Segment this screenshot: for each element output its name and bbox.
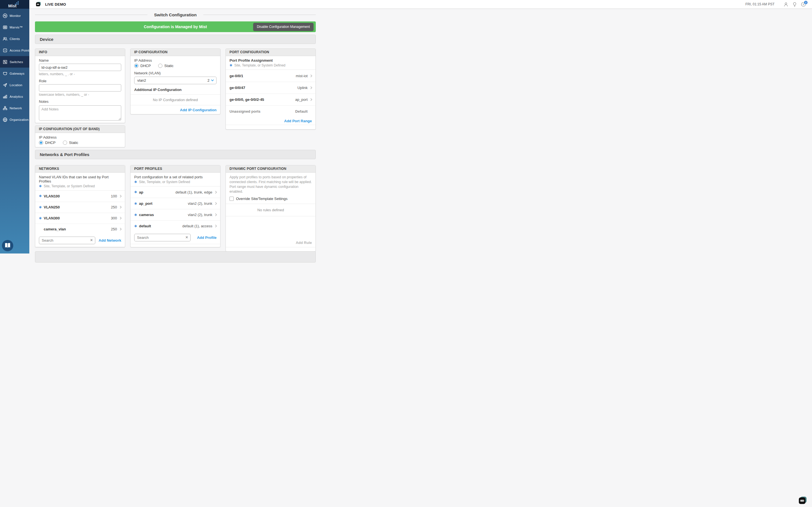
network-vlan-label: Network (VLAN) <box>134 71 216 75</box>
dhcp-radio[interactable] <box>134 64 139 68</box>
sidebar-item-marvis[interactable]: Marvis™ <box>0 21 29 33</box>
sidebar-item-analytics[interactable]: Analytics <box>0 91 29 102</box>
profiles-legend: ✱ Site, Template, or System Defined <box>134 180 216 184</box>
mist-logo[interactable]: Mist <box>0 0 29 9</box>
network-row[interactable]: ✱ VLAN300 300 <box>35 213 125 224</box>
profiles-description: Port configuration for a set of related … <box>134 175 216 179</box>
port-profile-assignment-label: Port Profile Assignment <box>230 58 312 62</box>
role-helper: lowercase letters, numbers, _ or - <box>39 93 121 97</box>
profile-row[interactable]: ✱ default default (1), access <box>131 220 220 231</box>
notes-field[interactable] <box>39 105 121 121</box>
port-config-card: PORT CONFIGURATION Port Profile Assignme… <box>225 48 316 129</box>
network-vlan-id: 100 <box>111 194 117 198</box>
port-range-ports: Unassigned ports <box>230 109 260 114</box>
profile-name: ap <box>139 190 143 194</box>
sidebar-item-access-points[interactable]: Access Points <box>0 45 29 56</box>
chevron-right-icon <box>310 87 312 89</box>
sidebar-item-label: Location <box>10 83 22 87</box>
sidebar-nav: Monitor Marvis™ Clients Access Points <box>0 9 29 125</box>
override-checkbox[interactable] <box>230 196 234 201</box>
section-header-device: Device <box>35 35 316 44</box>
managed-banner: Configuration is Managed by Mist Disable… <box>35 21 316 32</box>
sidebar-item-switches[interactable]: Switches <box>0 56 29 68</box>
static-label: Static <box>164 64 174 68</box>
legend-text: Site, Template, or System Defined <box>234 63 285 67</box>
static-radio[interactable] <box>158 64 162 68</box>
profile-config: default (1), trunk, edge <box>175 190 212 194</box>
sidebar: Mist Monitor Marvis™ Clients <box>0 0 29 253</box>
oob-ip-card: IP CONFIGURATION (OUT OF BAND) IP Addres… <box>35 125 125 147</box>
name-label: Name <box>39 58 121 62</box>
section-header-networks: Networks & Port Profiles <box>35 150 316 159</box>
access-points-icon <box>3 48 8 53</box>
network-row[interactable]: ✱ VLAN100 100 <box>35 191 125 202</box>
network-vlan-select[interactable]: vlan2 2 <box>134 76 216 84</box>
svg-text:Mist: Mist <box>8 4 17 8</box>
sidebar-item-label: Network <box>10 107 22 110</box>
add-network-link[interactable]: Add Network <box>99 238 121 242</box>
oob-static-radio[interactable] <box>63 140 67 145</box>
network-row[interactable]: ✱ VLAN250 250 <box>35 202 125 213</box>
profiles-search-input[interactable] <box>134 234 191 241</box>
asterisk-icon: ✱ <box>39 194 44 198</box>
oob-dhcp-label: DHCP <box>45 140 56 145</box>
port-range-row[interactable]: ge-0/0/1 mist-iot <box>226 70 315 82</box>
notes-label: Notes <box>39 100 121 104</box>
add-rule-link[interactable]: Add Rule <box>296 240 312 245</box>
network-row[interactable]: camera_vlan 250 <box>35 224 125 235</box>
disable-config-management-button[interactable]: Disable Configuration Management <box>253 23 313 31</box>
name-field[interactable] <box>39 64 121 71</box>
sidebar-item-network[interactable]: Network <box>0 102 29 114</box>
port-profiles-card: PORT PROFILES Port configuration for a s… <box>130 165 220 247</box>
legend-text: Site, Template, or System Defined <box>44 184 95 188</box>
port-range-profile: Uplink <box>297 86 308 90</box>
card-footer <box>226 247 315 251</box>
network-vlan-id: 2 <box>207 78 209 82</box>
sidebar-item-clients[interactable]: Clients <box>0 33 29 45</box>
chevron-right-icon <box>214 202 217 205</box>
add-profile-link[interactable]: Add Profile <box>197 235 216 240</box>
port-config-card-header: PORT CONFIGURATION <box>226 49 315 56</box>
ip-config-card-header: IP CONFIGURATION <box>131 49 220 56</box>
documentation-button[interactable] <box>2 240 13 251</box>
add-port-range-link[interactable]: Add Port Range <box>284 119 312 123</box>
gateways-icon <box>3 71 8 76</box>
unassigned-ports-row: Unassigned ports Default <box>226 105 315 117</box>
sidebar-item-monitor[interactable]: Monitor <box>0 10 29 21</box>
sidebar-item-gateways[interactable]: Gateways <box>0 68 29 79</box>
profile-name: default <box>139 224 151 228</box>
add-ip-configuration-link[interactable]: Add IP Configuration <box>180 108 216 112</box>
analytics-icon <box>3 94 8 99</box>
asterisk-icon: ✱ <box>134 224 139 228</box>
sidebar-item-location[interactable]: Location <box>0 79 29 91</box>
network-vlan-value: vlan2 <box>137 78 146 82</box>
port-range-profile: mist-iot <box>296 74 308 78</box>
profile-row[interactable]: ✱ ap default (1), trunk, edge <box>131 186 220 198</box>
info-card: INFO Name letters, numbers, _ . or - Rol… <box>35 48 125 123</box>
device-cards-row: INFO Name letters, numbers, _ . or - Rol… <box>35 48 316 147</box>
dynamic-port-card: DYNAMIC PORT CONFIGURATION Apply port pr… <box>225 165 316 251</box>
port-range-profile: Default <box>295 109 308 114</box>
sidebar-item-organization[interactable]: Organization <box>0 114 29 125</box>
oob-ip-address-label: IP Address <box>39 135 121 139</box>
profile-row[interactable]: ✱ ap_port vlan2 (2), trunk <box>131 198 220 209</box>
ip-config-card: IP CONFIGURATION IP Address DHCP Static … <box>130 48 220 114</box>
chevron-right-icon <box>214 191 217 193</box>
role-field[interactable] <box>39 84 121 92</box>
profile-row[interactable]: ✱ cameras vlan2 (2), trunk <box>131 209 220 220</box>
override-settings-control[interactable]: Override Site/Template Settings <box>230 196 312 201</box>
port-range-row[interactable]: ge-0/0/47 Uplink <box>226 82 315 94</box>
clear-search-icon[interactable]: ✕ <box>90 238 93 242</box>
port-range-row[interactable]: ge-0/0/0, ge-0/0/2-45 ap_port <box>226 94 315 105</box>
page-title-row: Switch Configuration <box>35 11 316 18</box>
networks-legend: ✱ Site, Template, or System Defined <box>39 184 121 188</box>
chevron-right-icon <box>119 206 122 209</box>
clear-search-icon[interactable]: ✕ <box>185 235 188 239</box>
port-profiles-card-header: PORT PROFILES <box>131 165 220 173</box>
asterisk-icon: ✱ <box>230 63 232 67</box>
networks-search-input[interactable] <box>39 237 95 244</box>
no-ip-config-text: No IP Configuration defined <box>131 95 220 105</box>
monitor-icon <box>3 13 8 18</box>
profile-config: vlan2 (2), trunk <box>188 213 212 217</box>
oob-dhcp-radio[interactable] <box>39 140 43 145</box>
